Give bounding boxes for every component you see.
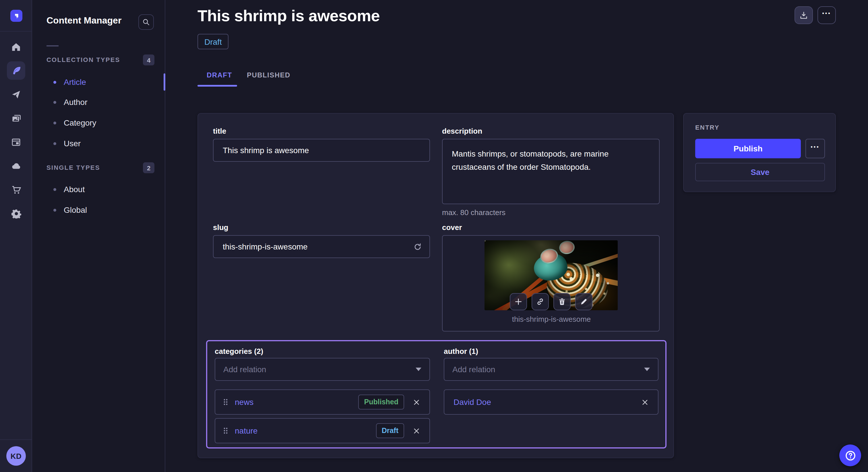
cover-add-button[interactable]	[510, 293, 527, 310]
remove-relation-button[interactable]	[410, 396, 422, 408]
cover-delete-button[interactable]	[553, 293, 570, 310]
chevron-down-icon	[415, 368, 422, 371]
cover-toolbar	[510, 293, 592, 310]
sidebar-item-article[interactable]: Article	[32, 74, 165, 90]
cover-edit-button[interactable]	[575, 293, 592, 310]
subnav-item-label: Category	[64, 118, 96, 127]
shopping-cart-icon	[11, 185, 21, 195]
tab-draft[interactable]: DRAFT	[207, 71, 232, 79]
slug-field	[213, 235, 430, 258]
author-add-relation-combobox[interactable]: Add relation	[444, 358, 658, 381]
description-field-label: description	[442, 127, 482, 135]
cloud-icon	[11, 161, 21, 171]
sidebar-item-deploy[interactable]	[7, 157, 25, 175]
cover-copy-link-button[interactable]	[532, 293, 549, 310]
download-icon	[800, 11, 808, 19]
relation-item-david-doe[interactable]: David Doe	[444, 390, 658, 415]
sidebar-item-content-type-builder[interactable]	[7, 133, 25, 151]
slug-regenerate-button[interactable]	[410, 240, 424, 254]
help-button[interactable]	[839, 444, 861, 466]
relation-status-badge: Draft	[376, 423, 404, 438]
title-field-label: title	[213, 127, 226, 135]
edit-form-panel: title description Mantis shrimps, or sto…	[197, 113, 674, 458]
title-input[interactable]	[213, 139, 430, 162]
relation-link[interactable]: David Doe	[452, 398, 491, 407]
combobox-placeholder: Add relation	[453, 365, 644, 374]
tab-published[interactable]: PUBLISHED	[247, 71, 290, 79]
entry-panel-title: ENTRY	[695, 124, 720, 131]
drag-handle-icon[interactable]	[223, 398, 228, 406]
strapi-logo-icon[interactable]	[10, 10, 22, 22]
active-item-indicator	[164, 73, 165, 91]
ellipsis-icon: •••	[811, 144, 820, 153]
sidebar-item-content-manager[interactable]	[7, 61, 25, 80]
author-field-label: author (1)	[444, 347, 478, 356]
relation-link[interactable]: nature	[235, 426, 257, 435]
section-collection-types: COLLECTION TYPES	[46, 56, 120, 63]
subnav-item-label: User	[64, 139, 81, 148]
subnav-item-label: Article	[64, 77, 86, 87]
sidebar-item-releases[interactable]	[7, 86, 25, 104]
categories-field-label: categories (2)	[215, 347, 263, 356]
chevron-down-icon	[644, 368, 650, 371]
main-nav: KD	[0, 0, 32, 472]
active-tab-underline	[197, 85, 237, 87]
sidebar-item-author[interactable]: Author	[32, 95, 165, 109]
relation-status-badge: Published	[359, 395, 404, 409]
layout-card-icon	[11, 138, 21, 147]
question-mark-icon	[845, 450, 856, 461]
feather-icon	[11, 66, 21, 75]
link-icon	[536, 298, 544, 306]
media-gallery-icon	[11, 113, 21, 123]
plus-icon	[515, 298, 522, 306]
search-button[interactable]	[138, 14, 154, 30]
entry-more-button[interactable]: •••	[805, 139, 825, 158]
drag-handle-icon[interactable]	[223, 427, 228, 435]
refresh-icon	[413, 242, 422, 251]
description-textarea[interactable]: Mantis shrimps, or stomatopods, are mari…	[442, 139, 660, 204]
categories-add-relation-combobox[interactable]: Add relation	[215, 358, 430, 381]
remove-relation-button[interactable]	[639, 396, 650, 408]
slug-field-label: slug	[213, 223, 228, 232]
save-button[interactable]: Save	[695, 163, 825, 181]
bullet-icon	[53, 188, 56, 191]
combobox-placeholder: Add relation	[223, 365, 415, 374]
gear-icon	[11, 208, 21, 218]
relation-link[interactable]: news	[235, 398, 253, 407]
cover-field-label: cover	[442, 223, 462, 232]
publish-button[interactable]: Publish	[695, 139, 801, 158]
relation-item-nature[interactable]: nature Draft	[215, 418, 430, 443]
search-icon	[143, 19, 150, 26]
nav-divider	[0, 31, 32, 32]
sidebar-item-global[interactable]: Global	[32, 202, 165, 217]
paper-plane-icon	[11, 90, 21, 99]
page-title: This shrimp is awesome	[197, 7, 380, 25]
sidebar-item-settings[interactable]	[7, 204, 25, 223]
cover-field: this-shrimp-is-awesome	[442, 235, 660, 332]
subnav-title: Content Manager	[46, 15, 121, 26]
subnav-item-label: Author	[64, 98, 88, 107]
sidebar-item-user[interactable]: User	[32, 136, 165, 151]
user-avatar[interactable]: KD	[6, 446, 26, 466]
download-button[interactable]	[795, 6, 813, 24]
sidebar-item-home[interactable]	[7, 38, 25, 56]
status-badge: Draft	[197, 34, 229, 49]
entry-panel: ENTRY Publish ••• Save	[683, 113, 836, 192]
bullet-icon	[53, 121, 56, 124]
sidebar-item-marketplace[interactable]	[7, 181, 25, 199]
more-actions-button[interactable]: •••	[817, 6, 836, 24]
slug-input[interactable]	[213, 235, 430, 258]
description-helper-text: max. 80 characters	[442, 208, 505, 217]
sidebar-item-about[interactable]: About	[32, 182, 165, 197]
cover-caption: this-shrimp-is-awesome	[443, 315, 660, 324]
single-types-count: 2	[143, 162, 154, 173]
relation-item-news[interactable]: news Published	[215, 390, 430, 415]
close-icon	[412, 427, 420, 434]
close-icon	[641, 398, 648, 406]
remove-relation-button[interactable]	[410, 425, 422, 436]
bullet-icon	[53, 101, 56, 103]
relations-highlight-box: categories (2) Add relation news Publish…	[206, 340, 666, 448]
app-window: KD Content Manager COLLECTION TYPES 4 Ar…	[0, 0, 868, 472]
sidebar-item-category[interactable]: Category	[32, 115, 165, 130]
sidebar-item-media-library[interactable]	[7, 109, 25, 127]
